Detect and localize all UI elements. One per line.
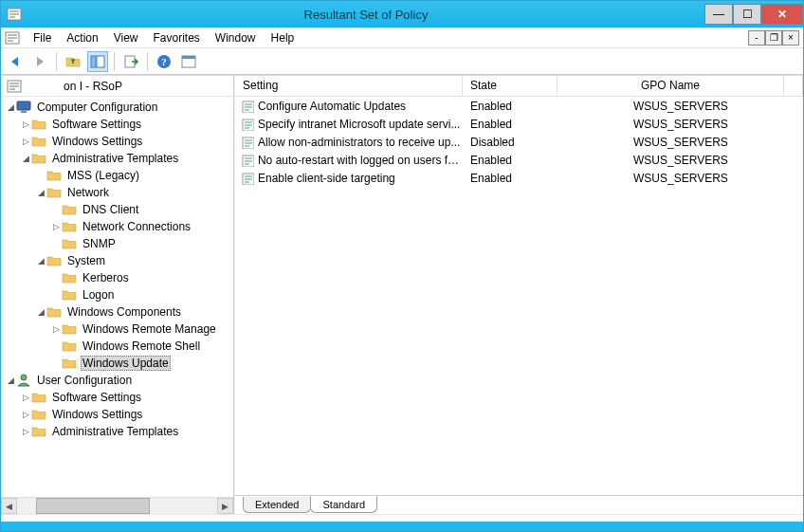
separator-icon: [56, 52, 57, 71]
tab-strip: Extended Standard: [235, 495, 803, 514]
state-text: Enabled: [463, 118, 557, 131]
help-button[interactable]: [154, 51, 174, 72]
tree-node-admin-templates[interactable]: ◢ Administrative Templates: [1, 150, 233, 167]
scroll-right-button[interactable]: ▶: [217, 498, 233, 514]
menu-help[interactable]: Help: [264, 29, 302, 46]
expand-collapse-icon[interactable]: ◢: [20, 154, 31, 163]
tree-node-wrm[interactable]: ▷ Windows Remote Manage: [1, 321, 233, 338]
state-text: Enabled: [463, 100, 557, 113]
policy-icon: [241, 118, 254, 131]
mdi-close-button[interactable]: ×: [782, 30, 799, 46]
folder-icon: [62, 219, 77, 234]
column-header-setting[interactable]: Setting: [235, 76, 463, 96]
expand-collapse-icon[interactable]: ▷: [20, 393, 31, 402]
tree-node-logon[interactable]: ▷ Logon: [1, 286, 233, 303]
expand-collapse-icon[interactable]: ▷: [50, 222, 62, 231]
tree-node-user-config[interactable]: ◢ User Configuration: [1, 372, 233, 389]
tree-node-computer-config[interactable]: ◢ Computer Configuration: [1, 99, 233, 116]
tab-standard[interactable]: Standard: [310, 496, 377, 513]
horizontal-scrollbar[interactable]: ◀ ▶: [1, 497, 233, 514]
gpo-text: WSUS_SERVERS: [557, 118, 803, 131]
state-text: Enabled: [463, 172, 557, 185]
setting-text: Configure Automatic Updates: [258, 100, 406, 113]
column-header-state[interactable]: State: [463, 76, 557, 96]
scroll-track[interactable]: [17, 498, 217, 514]
policy-icon: [241, 100, 254, 113]
tree-node-system[interactable]: ◢ System: [1, 252, 233, 269]
list-row[interactable]: No auto-restart with logged on users fo.…: [235, 151, 803, 169]
tree-node-network-connections[interactable]: ▷ Network Connections: [1, 218, 233, 235]
expand-collapse-icon[interactable]: ◢: [35, 256, 46, 266]
column-header-gpo[interactable]: GPO Name: [557, 76, 784, 96]
menu-favorites[interactable]: Favorites: [146, 29, 208, 46]
list-row[interactable]: Configure Automatic UpdatesEnabledWSUS_S…: [235, 97, 803, 115]
tree-node-snmp[interactable]: ▷ SNMP: [1, 235, 233, 252]
minimize-button[interactable]: —: [704, 4, 733, 25]
list-row[interactable]: Enable client-side targetingEnabledWSUS_…: [235, 169, 803, 187]
tab-extended[interactable]: Extended: [243, 497, 311, 513]
folder-icon: [62, 339, 77, 354]
folder-icon: [46, 253, 62, 268]
tree-node-software-settings[interactable]: ▷ Software Settings: [1, 116, 233, 133]
menu-file[interactable]: File: [26, 29, 59, 46]
gpo-text: WSUS_SERVERS: [557, 136, 803, 149]
menu-window[interactable]: Window: [208, 29, 264, 46]
policy-icon: [241, 154, 254, 167]
tree-node-windows-update[interactable]: ▷ Windows Update: [1, 355, 233, 372]
folder-icon: [31, 424, 46, 439]
svg-rect-8: [97, 56, 104, 67]
setting-text: No auto-restart with logged on users fo.…: [258, 154, 463, 167]
tree-node-u-admin-templates[interactable]: ▷ Administrative Templates: [1, 423, 233, 440]
expand-collapse-icon[interactable]: ▷: [20, 119, 31, 129]
close-button[interactable]: ✕: [761, 4, 803, 25]
menu-view[interactable]: View: [106, 29, 146, 46]
maximize-button[interactable]: ☐: [733, 4, 761, 25]
list-row[interactable]: Specify intranet Microsoft update servi.…: [235, 115, 803, 133]
tree-header: on I - RSoP: [1, 76, 233, 97]
tree-body[interactable]: ◢ Computer Configuration ▷ Software Sett…: [1, 97, 233, 497]
tree-node-wrs[interactable]: ▷ Windows Remote Shell: [1, 338, 233, 355]
show-hide-tree-button[interactable]: [87, 51, 108, 72]
back-button[interactable]: [5, 51, 26, 72]
scroll-left-button[interactable]: ◀: [1, 498, 17, 514]
list-pane: Setting State GPO Name Configure Automat…: [234, 76, 803, 514]
folder-icon: [62, 321, 77, 337]
expand-collapse-icon[interactable]: ◢: [35, 188, 46, 197]
expand-collapse-icon[interactable]: ◢: [35, 307, 46, 317]
content-area: on I - RSoP ◢ Computer Configuration ▷ S…: [1, 75, 803, 514]
scroll-thumb[interactable]: [36, 498, 150, 514]
rsop-icon: [7, 79, 22, 94]
expand-collapse-icon[interactable]: ▷: [50, 324, 62, 334]
tree-pane: on I - RSoP ◢ Computer Configuration ▷ S…: [1, 76, 234, 514]
export-list-button[interactable]: [120, 51, 141, 72]
menu-action[interactable]: Action: [59, 29, 105, 46]
tree-node-u-windows-settings[interactable]: ▷ Windows Settings: [1, 406, 233, 423]
tree-node-kerberos[interactable]: ▷ Kerberos: [1, 269, 233, 286]
properties-button[interactable]: [178, 51, 199, 72]
mdi-restore-button[interactable]: ❐: [765, 30, 782, 46]
expand-collapse-icon[interactable]: ◢: [5, 102, 16, 112]
folder-icon: [31, 151, 46, 166]
expand-collapse-icon[interactable]: ▷: [20, 427, 31, 436]
tree-node-windows-components[interactable]: ◢ Windows Components: [1, 303, 233, 321]
list-row[interactable]: Allow non-administrators to receive up..…: [235, 133, 803, 151]
tree-node-network[interactable]: ◢ Network: [1, 184, 233, 201]
tree-node-windows-settings[interactable]: ▷ Windows Settings: [1, 133, 233, 150]
gpo-text: WSUS_SERVERS: [557, 100, 803, 113]
titlebar[interactable]: Resultant Set of Policy — ☐ ✕: [1, 1, 803, 28]
state-text: Disabled: [463, 136, 557, 149]
toolbar: [1, 48, 803, 75]
up-folder-button[interactable]: [63, 51, 83, 72]
mdi-minimize-button[interactable]: -: [748, 30, 765, 46]
expand-collapse-icon[interactable]: ▷: [20, 410, 31, 419]
tree-node-mss[interactable]: ▷ MSS (Legacy): [1, 167, 233, 184]
list-body[interactable]: Configure Automatic UpdatesEnabledWSUS_S…: [235, 97, 803, 495]
tree-node-u-software-settings[interactable]: ▷ Software Settings: [1, 389, 233, 406]
expand-collapse-icon[interactable]: ◢: [5, 376, 16, 385]
tree-node-dns-client[interactable]: ▷ DNS Client: [1, 201, 233, 218]
svg-rect-7: [91, 56, 96, 67]
policy-icon: [241, 136, 254, 149]
folder-icon: [31, 117, 46, 132]
forward-button[interactable]: [29, 51, 50, 72]
expand-collapse-icon[interactable]: ▷: [20, 137, 31, 146]
